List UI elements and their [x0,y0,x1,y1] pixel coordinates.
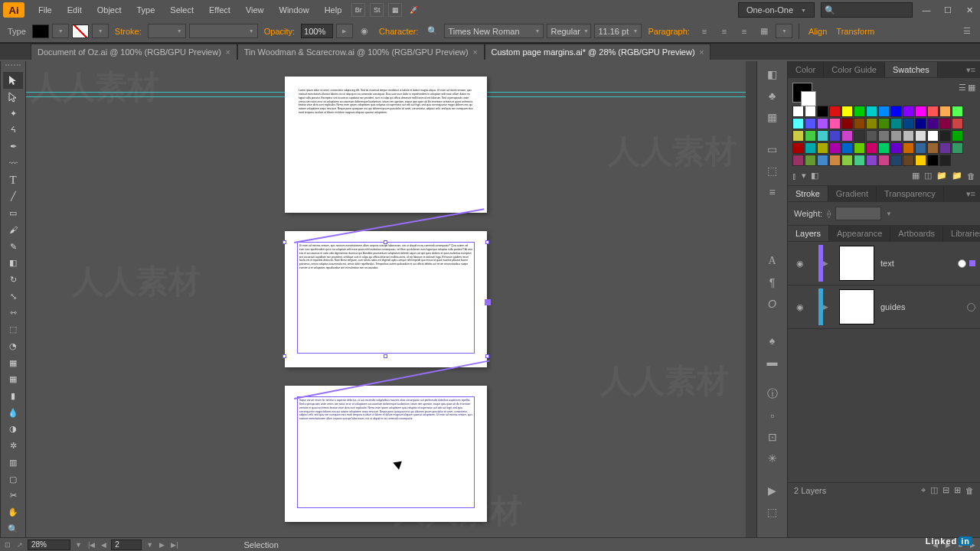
swatch-cell[interactable] [841,155,853,166]
fill-dd[interactable]: ▼ [52,24,69,38]
swatch-cell[interactable] [939,155,951,166]
swatch-cell[interactable] [854,118,865,129]
shape-builder-tool[interactable]: ◔ [3,337,23,354]
vertical-scrollbar[interactable] [746,61,756,537]
stock-icon[interactable]: St [370,3,384,17]
artboard-tool[interactable]: ▢ [3,471,23,487]
swatch-cell[interactable] [829,106,841,117]
swatch-cell[interactable] [792,118,804,129]
swatch-cell[interactable] [939,118,951,129]
weight-stepper-icon[interactable]: ⟠ [827,209,831,219]
next-artboard-icon[interactable]: ▶ [158,541,166,549]
align-right-icon[interactable]: ≡ [736,24,753,39]
layer-row-guides[interactable]: ◉ ▶ guides [788,285,980,329]
swatch-cell[interactable] [829,118,841,129]
swatch-cell[interactable] [890,142,902,154]
rectangle-tool[interactable]: ▭ [3,205,23,222]
character-panel-icon[interactable]: A [761,251,784,271]
search-field[interactable]: 🔍 [821,2,913,18]
menu-object[interactable]: Object [90,5,129,15]
font-size-dd[interactable]: 11.16 pt▼ [594,24,642,38]
trash-icon[interactable]: 🗑 [967,171,975,181]
paragraph-panel-icon[interactable]: ¶ [761,272,784,292]
tab-color-guide[interactable]: Color Guide [824,62,885,77]
opacity-input[interactable] [301,24,333,38]
swatch-cell[interactable] [854,130,865,142]
doc-tab-3[interactable]: Custom page margins.ai* @ 28% (RGB/GPU P… [485,44,711,60]
layer-thumbnail[interactable] [839,289,874,324]
menu-window[interactable]: Window [272,5,317,15]
swatch-cell[interactable] [927,155,939,166]
tab-stroke[interactable]: Stroke [788,186,828,201]
new-layer-icon[interactable]: ⊞ [954,485,961,495]
paragraph-label[interactable]: Paragraph: [648,27,689,36]
layer-thumbnail[interactable] [839,246,874,281]
eraser-tool[interactable]: ◧ [3,255,23,272]
swatch-cell[interactable] [829,142,841,154]
width-tool[interactable]: ⇿ [3,305,23,321]
menu-edit[interactable]: Edit [60,5,90,15]
swatch-cell[interactable] [952,118,963,129]
swatch-cell[interactable] [805,155,816,166]
make-envelope-icon[interactable]: ▦ [756,24,773,39]
align-link[interactable]: Align [808,27,827,36]
swatch-cell[interactable] [829,130,841,142]
first-artboard-icon[interactable]: |◀ [87,541,96,549]
folder-icon[interactable]: 📁 [936,171,947,181]
swatch-cell[interactable] [939,142,951,154]
expand-icon[interactable]: ▶ [823,259,828,267]
locate-layer-icon[interactable]: ⌖ [921,485,926,495]
swatch-cell[interactable] [927,118,939,129]
text-frame-3[interactable]: Itaque earum rerum hic tenetur a sapient… [297,396,475,508]
swatch-cell[interactable] [841,106,853,117]
line-tool[interactable]: ╱ [3,188,23,205]
color-guide-icon[interactable]: ♣ [761,86,784,106]
attributes-icon[interactable]: ▫ [761,406,784,425]
selection-handle[interactable] [283,354,286,358]
swatch-cell[interactable] [817,142,828,154]
artboard-1[interactable]: Lorem ipsum dolor sit amet, consectetur … [285,77,487,213]
new-swatch-icon[interactable]: ◫ [924,171,932,181]
swatch-cell[interactable] [841,142,853,154]
swatch-cell[interactable] [866,118,877,129]
zoom-field[interactable]: 28% [28,540,70,550]
swatch-cell[interactable] [792,106,804,117]
tab-artboards[interactable]: Artboards [890,226,943,241]
swatch-cell[interactable] [878,118,890,129]
menu-select[interactable]: Select [162,5,201,15]
text-frame-2[interactable]: Ut enim ad minima veniam, quis nostrum e… [297,242,475,354]
scale-tool[interactable]: ⤡ [3,288,23,305]
stroke-swatch[interactable] [72,24,89,38]
align-left-icon[interactable]: ≡ [696,24,713,39]
swatch-cell[interactable] [817,155,828,166]
swatch-cell[interactable] [854,155,865,166]
swatch-cell[interactable] [792,130,804,142]
arrange-docs-icon[interactable]: ▦ [388,3,402,17]
workspace-switcher[interactable]: One-on-One▼ [738,2,815,18]
swatch-options-icon[interactable]: ◧ [811,171,818,181]
direct-selection-tool[interactable] [3,89,23,106]
graph-tool[interactable]: ▥ [3,454,23,471]
screen-mode-icon[interactable]: ⊡ [3,541,12,549]
out-port[interactable] [485,299,491,305]
fill-swatch[interactable] [32,24,49,38]
recolor-icon[interactable]: ◉ [356,24,373,39]
swatch-cell[interactable] [817,130,828,142]
artboard-nav-field[interactable]: 2 [111,540,142,550]
pen-tool[interactable]: ✒ [3,139,23,155]
swatch-cell[interactable] [854,106,865,117]
hand-tool[interactable]: ✋ [3,504,23,521]
tab-transparency[interactable]: Transparency [877,186,944,201]
panel-menu-icon[interactable]: ▾≡ [962,65,980,75]
make-clip-icon[interactable]: ◫ [930,485,938,495]
swatch-cell[interactable] [878,155,890,166]
type-tool[interactable]: T [3,171,23,188]
new-sublayer-icon[interactable]: ⊟ [942,485,949,495]
character-label[interactable]: Character: [379,27,418,36]
slice-tool[interactable]: ✂ [3,487,23,504]
symbols-icon[interactable]: ♠ [761,331,784,350]
brush-def-dd[interactable]: ▼ [189,24,258,38]
envelope-dd[interactable]: ▼ [776,24,792,38]
maximize-icon[interactable]: ☐ [940,5,956,15]
paintbrush-tool[interactable]: 🖌 [3,221,23,238]
